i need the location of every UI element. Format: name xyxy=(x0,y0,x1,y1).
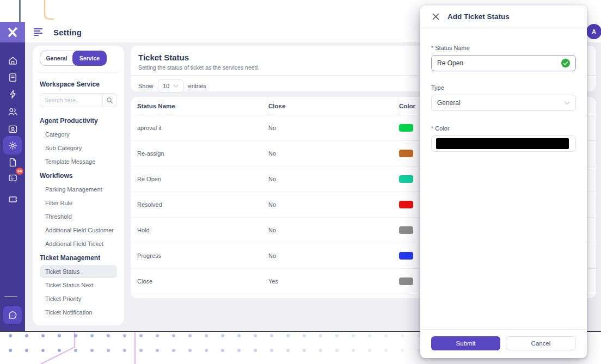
settings-icon[interactable] xyxy=(3,136,22,155)
cell-close: No xyxy=(268,176,399,182)
required-asterisk: * xyxy=(431,45,433,51)
users-icon[interactable] xyxy=(3,102,22,121)
nav-item-additional-field-customer[interactable]: Additional Field Customer xyxy=(40,224,117,237)
chevron-down-icon xyxy=(564,101,570,105)
nav-section-title: Ticket Management xyxy=(40,251,117,264)
tab-service[interactable]: Service xyxy=(72,51,107,66)
cell-close: No xyxy=(268,150,399,157)
status-color-chip xyxy=(399,150,413,157)
status-color-chip xyxy=(399,252,413,260)
cell-status-name: Progress xyxy=(131,252,268,259)
sidebar: 94 xyxy=(0,22,25,331)
tab-general[interactable]: General xyxy=(40,51,73,65)
ticket-icon[interactable] xyxy=(3,190,22,208)
cell-close: No xyxy=(268,252,399,259)
nav-item-additional-field-ticket[interactable]: Additional Field Ticket xyxy=(40,237,117,250)
nav-item-category[interactable]: Category xyxy=(40,128,117,141)
avatar[interactable]: A xyxy=(586,24,601,39)
settings-tabs: General Service xyxy=(33,46,124,73)
settings-nav-list: Agent ProductivityCategorySub CategoryTe… xyxy=(40,114,117,319)
contact-card-icon[interactable] xyxy=(3,120,22,138)
support-chat-icon[interactable] xyxy=(3,306,22,324)
nav-item-ticket-status[interactable]: Ticket Status xyxy=(40,265,117,278)
cell-close: No xyxy=(268,201,399,208)
nav-item-ticket-priority[interactable]: Ticket Priority xyxy=(40,292,117,305)
color-picker-field[interactable] xyxy=(431,135,576,152)
cell-status-name: Hold xyxy=(131,227,268,233)
nav-item-ticket-status-next[interactable]: Ticket Status Next xyxy=(40,279,117,292)
cell-status-name: Close xyxy=(131,278,268,285)
automation-icon[interactable] xyxy=(3,85,22,103)
nav-item-template-message[interactable]: Template Message xyxy=(40,155,117,168)
show-label: Show xyxy=(138,83,154,89)
required-asterisk: * xyxy=(431,125,433,132)
status-color-chip xyxy=(399,124,413,132)
nav-item-sub-category[interactable]: Sub Category xyxy=(40,141,117,155)
status-name-label: *Status Name xyxy=(431,45,576,51)
app-logo[interactable] xyxy=(0,22,25,42)
color-swatch xyxy=(436,138,569,149)
home-icon[interactable] xyxy=(3,51,22,70)
status-color-chip xyxy=(399,226,413,234)
drawer-header: Add Ticket Status xyxy=(420,5,587,28)
close-icon[interactable] xyxy=(432,13,439,20)
cancel-button[interactable]: Cancel xyxy=(506,336,576,350)
nav-heading: Workspace Service xyxy=(40,81,117,88)
document-icon[interactable] xyxy=(3,68,22,87)
cell-status-name: Re Open xyxy=(131,176,268,182)
status-color-chip xyxy=(399,201,413,208)
add-ticket-status-drawer: Add Ticket Status *Status Name Type Gene… xyxy=(420,5,587,358)
cell-status-name: aproval it xyxy=(131,125,268,131)
type-label: Type xyxy=(431,84,576,91)
column-header-close: Close xyxy=(268,97,399,115)
decor-lines-top xyxy=(0,0,76,23)
column-header-status-name: Status Name xyxy=(131,97,268,115)
status-color-chip xyxy=(399,277,413,285)
brand-x-icon xyxy=(6,26,19,39)
nav-search xyxy=(40,93,117,107)
drawer-footer: Submit Cancel xyxy=(420,329,587,358)
nav-item-parking-management[interactable]: Parking Management xyxy=(40,183,117,196)
notification-badge: 94 xyxy=(16,168,23,175)
cell-close: No xyxy=(268,227,399,233)
valid-check-icon xyxy=(561,59,570,67)
type-select[interactable]: General xyxy=(431,95,576,111)
search-icon[interactable] xyxy=(102,94,116,107)
cell-status-name: Re-assign xyxy=(131,150,268,157)
type-value: General xyxy=(437,99,461,107)
search-input[interactable] xyxy=(40,97,102,103)
cell-close: No xyxy=(268,125,399,131)
status-name-input[interactable] xyxy=(437,59,561,67)
drawer-title: Add Ticket Status xyxy=(447,13,510,21)
page-title: Setting xyxy=(53,28,82,37)
color-label: *Color xyxy=(431,125,576,132)
chevron-down-icon xyxy=(173,84,179,88)
sidebar-divider xyxy=(4,296,17,297)
page-size-select[interactable]: 10 xyxy=(158,79,184,92)
nav-item-threshold[interactable]: Threshold xyxy=(40,210,117,223)
nav-section-title: Workflows xyxy=(40,169,117,182)
entries-label: entries xyxy=(188,83,206,89)
page-size-value: 10 xyxy=(163,83,169,89)
chat-icon[interactable]: 94 xyxy=(3,169,22,187)
drawer-body: *Status Name Type General *Color xyxy=(420,28,587,329)
status-color-chip xyxy=(399,175,413,183)
menu-toggle-icon[interactable] xyxy=(34,27,42,37)
cell-status-name: Resolved xyxy=(131,201,268,208)
nav-item-filter-rule[interactable]: Filter Rule xyxy=(40,196,117,209)
nav-section-title: Agent Productivity xyxy=(40,114,117,127)
nav-item-ticket-notification[interactable]: Ticket Notification xyxy=(40,306,117,319)
status-name-field xyxy=(431,55,576,71)
settings-nav-panel: General Service Workspace Service Agent … xyxy=(33,46,124,325)
cell-close: Yes xyxy=(268,278,399,285)
submit-button[interactable]: Submit xyxy=(431,336,500,350)
